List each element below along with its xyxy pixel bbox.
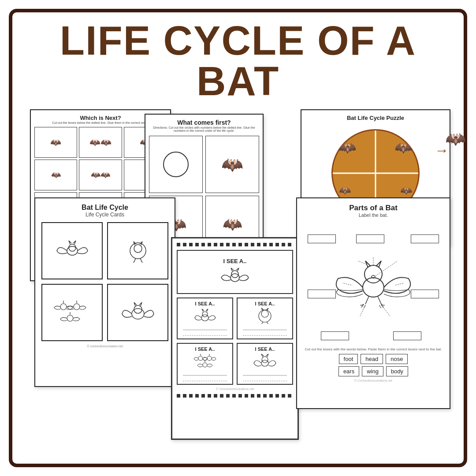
bat-drawing-1 [55, 235, 90, 266]
i-see-footer: © Connectionscreations.net [177, 387, 293, 390]
svg-point-13 [132, 309, 144, 319]
svg-point-20 [261, 310, 268, 317]
what-comes-first-subtitle: Directions: Cut out the circles with num… [149, 126, 259, 132]
puzzle-title: Bat Life Cycle Puzzle [307, 115, 444, 121]
bat-drawing-2 [120, 235, 156, 266]
label-box-bot-left [321, 331, 349, 340]
lifecycle-cell-1 [41, 222, 103, 279]
svg-point-30 [262, 357, 268, 363]
word-box-body: body [386, 366, 408, 376]
svg-line-40 [395, 283, 404, 285]
word-box-ears: ears [338, 366, 359, 376]
small-card-3-text: I SEE A.. [195, 346, 215, 352]
bat-drawing-4 [120, 297, 156, 328]
svg-point-18 [202, 312, 208, 317]
small-bat-4 [253, 352, 277, 369]
parts-title: Parts of a Bat [303, 204, 443, 212]
svg-point-2 [69, 244, 76, 251]
page-title: LIFE CYCLE OF A BAT [26, 20, 450, 101]
i-see-small-card-2: I SEE A.. [237, 298, 293, 339]
dashed-line-3 [183, 377, 227, 381]
parts-footer: © Connectionscreations.net [303, 379, 443, 382]
lifecycle-cell-3 [41, 284, 103, 341]
svg-line-5 [134, 258, 136, 263]
i-see-small-card-4: I SEE A.. [237, 343, 293, 385]
lifecycle-subtitle: Life Cycle Cards [41, 212, 168, 218]
lifecycle-cell-2 [107, 222, 168, 279]
grid-cell-1: 🦇 [34, 127, 77, 158]
lifecycle-cards-card: Bat Life Cycle Life Cycle Cards [34, 197, 175, 387]
parts-subtitle: Label the bat. [303, 212, 443, 218]
parts-instruction: Cut out the boxes with the words below. … [303, 347, 443, 351]
svg-point-23 [198, 356, 203, 361]
i-see-big-text: I SEE A.. [223, 258, 247, 264]
word-box-head: head [361, 354, 383, 364]
small-card-2-lines [243, 326, 286, 337]
label-box-bot-right [393, 331, 421, 340]
svg-point-4 [134, 245, 142, 253]
word-box-nose: nose [386, 354, 408, 364]
small-card-4-lines [243, 371, 286, 383]
circle-svg [163, 151, 189, 178]
grid-cell-2: 🦇🦇 [79, 127, 122, 158]
dashed-line-2 [243, 331, 286, 336]
puzzle-extra-bat: 🦇 [446, 129, 466, 149]
svg-line-21 [261, 322, 263, 324]
svg-point-27 [203, 363, 207, 367]
svg-line-39 [342, 283, 351, 285]
small-card-2-text: I SEE A.. [255, 301, 275, 306]
svg-line-6 [140, 258, 142, 263]
worksheets-area: Which is Next? Cut out the boxes below t… [26, 109, 450, 453]
what-comes-first-title: What comes first? [149, 119, 259, 126]
word-boxes-row-2: ears wing body [303, 366, 443, 376]
svg-point-25 [207, 356, 212, 361]
svg-line-35 [378, 296, 381, 304]
grid-cell-4: 🦇 [34, 160, 77, 190]
i-see-big-card: I SEE A.. [177, 250, 293, 294]
main-container: LIFE CYCLE OF A BAT Which is Next? Cut o… [9, 9, 467, 467]
parts-of-bat-card: Parts of a Bat Label the bat. [296, 197, 450, 409]
small-card-3-lines [183, 371, 227, 383]
line-2 [243, 326, 286, 330]
dashed-line-1 [183, 331, 227, 336]
svg-point-31 [363, 278, 384, 297]
grid-cell-5: 🦇🦇 [79, 160, 122, 190]
word-boxes-row-1: foot head nose [303, 354, 443, 364]
i-see-a-card: I SEE A.. I SEE A.. [171, 237, 299, 440]
small-card-1-text: I SEE A.. [195, 301, 215, 306]
lifecycle-footer: © connectionscreation.net [41, 345, 168, 348]
lifecycle-cell-4 [107, 284, 168, 341]
lifecycle-title: Bat Life Cycle [41, 204, 168, 212]
small-bat-group [193, 352, 217, 369]
comes-first-box-2: 🦇 [205, 136, 259, 193]
lifecycle-grid [41, 222, 168, 341]
svg-point-19 [259, 310, 271, 322]
parts-diagram [303, 221, 443, 345]
word-box-wing: wing [362, 366, 383, 376]
i-see-small-card-1: I SEE A.. [177, 298, 233, 339]
parts-words-section: Cut out the boxes with the words below. … [303, 347, 443, 376]
small-bat-2 [253, 306, 277, 324]
what-comes-first-boxes: 🦇 [149, 136, 259, 193]
line-1 [183, 326, 227, 330]
line-4 [243, 371, 286, 376]
svg-point-32 [364, 265, 382, 283]
dashed-line-4 [243, 377, 286, 381]
line-3 [183, 371, 227, 376]
svg-point-3 [130, 243, 146, 259]
i-see-bat-svg [219, 264, 250, 286]
comes-first-box-1 [149, 136, 203, 193]
svg-point-9 [74, 304, 80, 310]
svg-point-0 [164, 152, 188, 177]
parts-bat-svg [325, 239, 422, 327]
small-card-4-text: I SEE A.. [255, 346, 275, 352]
svg-line-22 [267, 322, 268, 324]
svg-point-11 [67, 315, 73, 321]
small-bat-1 [193, 306, 217, 324]
i-see-small-card-3: I SEE A.. [177, 343, 233, 385]
bat-drawing-3 [52, 297, 92, 328]
svg-line-34 [365, 296, 369, 304]
i-see-small-grid: I SEE A.. I SEE [177, 298, 293, 385]
small-card-1-lines [183, 326, 227, 337]
word-box-foot: foot [339, 354, 358, 364]
